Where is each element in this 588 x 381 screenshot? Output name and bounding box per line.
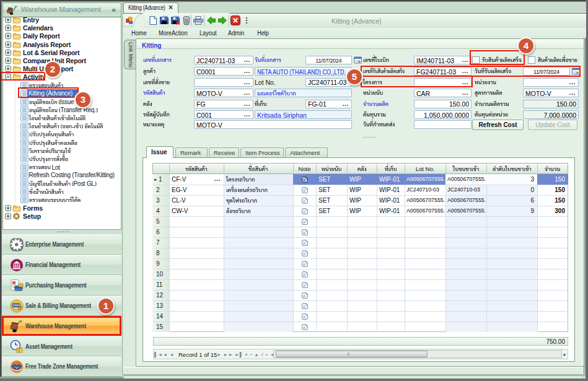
svg-text:A: A xyxy=(302,209,305,213)
svg-text:A: A xyxy=(302,273,305,276)
svg-text:A: A xyxy=(302,304,305,308)
svg-text:A: A xyxy=(302,220,305,224)
svg-text:A: A xyxy=(302,294,305,297)
svg-text:A: A xyxy=(302,325,305,329)
svg-text:A: A xyxy=(302,283,305,287)
svg-text:A: A xyxy=(302,241,305,245)
svg-text:A: A xyxy=(302,252,305,255)
svg-text:A: A xyxy=(302,199,305,203)
svg-text:A: A xyxy=(302,262,305,266)
svg-text:A: A xyxy=(302,315,305,318)
svg-text:A: A xyxy=(302,188,305,192)
svg-text:A: A xyxy=(302,230,305,234)
svg-text:A: A xyxy=(302,178,305,182)
